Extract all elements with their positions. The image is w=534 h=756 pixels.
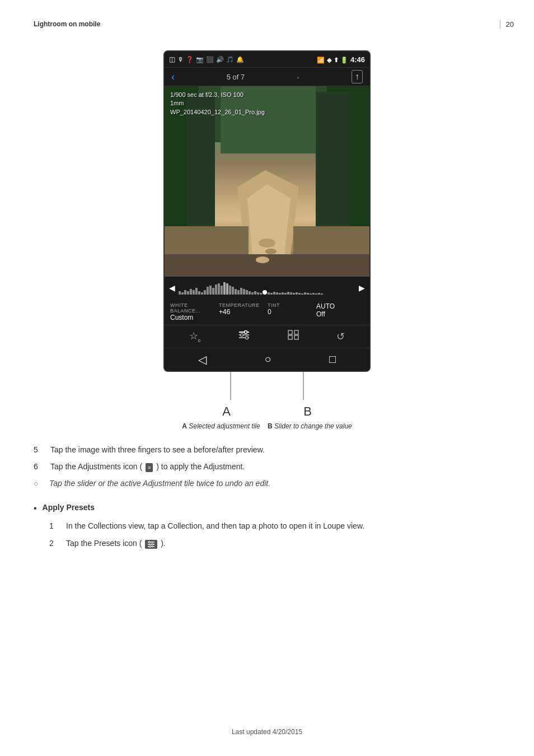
svg-rect-21 bbox=[294, 330, 298, 334]
main-content: ◫ 🎙 ❓ 📷 ⬛ 🔊 🎵 🔔 📶 ◈ ⬆ 🔋 4:46 bbox=[34, 39, 500, 554]
step-6-text: Tap the Adjustments icon ( ≡ ) to apply … bbox=[50, 460, 245, 473]
wb-white-balance-value: Custom bbox=[170, 314, 218, 321]
histogram bbox=[179, 281, 355, 295]
wb-temp-cell: TEMPERATURE +46 bbox=[219, 302, 266, 321]
wb-white-balance-label: WHITE BALANCE... bbox=[170, 302, 218, 314]
adjustments-inline-icon: ≡ bbox=[146, 463, 153, 472]
wb-auto-value: AUTO Off bbox=[316, 302, 364, 318]
back-arrow[interactable]: ‹ bbox=[171, 71, 175, 83]
sub-step-1: 1 In the Collections view, tap a Collect… bbox=[49, 520, 500, 532]
svg-point-30 bbox=[152, 544, 153, 545]
connector-svg bbox=[163, 372, 371, 400]
svg-rect-22 bbox=[288, 335, 292, 339]
tool-row[interactable]: ☆0 bbox=[165, 325, 369, 348]
step-5: 5 Tap the image with three fingers to se… bbox=[34, 444, 500, 456]
status-icon-3: ❓ bbox=[186, 56, 194, 63]
svg-point-19 bbox=[246, 337, 249, 339]
slider-bar[interactable]: ◀ bbox=[165, 277, 369, 299]
step-6-num: 6 bbox=[34, 460, 45, 473]
nav-home-button[interactable]: ○ bbox=[264, 353, 271, 366]
caption-b-desc: Slider to change the value bbox=[274, 422, 352, 430]
status-icon-6: 🔊 bbox=[216, 56, 224, 63]
sub-step-2-text: Tap the Presets icon ( ). bbox=[66, 537, 166, 549]
adjustments-icon[interactable] bbox=[238, 330, 250, 343]
upload-button[interactable]: ↑ bbox=[352, 70, 363, 83]
wifi-icon: ◈ bbox=[327, 57, 331, 63]
photo-info: 1/900 sec at f/2.3, ISO 100 1mm WP_20140… bbox=[170, 91, 265, 116]
tip-row: ○ Tap the slider or the active Adjustmen… bbox=[34, 477, 500, 489]
wb-temperature-value: +46 bbox=[219, 308, 266, 316]
svg-point-18 bbox=[241, 334, 243, 337]
step-5-num: 5 bbox=[34, 444, 45, 456]
presets-icon[interactable]: ☆0 bbox=[189, 330, 200, 343]
svg-rect-4 bbox=[316, 92, 349, 237]
footer-text: Last updated 4/20/2015 bbox=[232, 728, 302, 736]
svg-point-11 bbox=[259, 239, 275, 248]
caption-a-desc: Selected adjustment tile bbox=[189, 422, 260, 430]
status-bar: ◫ 🎙 ❓ 📷 ⬛ 🔊 🎵 🔔 📶 ◈ ⬆ 🔋 4:46 bbox=[165, 52, 369, 67]
tip-text: Tap the slider or the active Adjustment … bbox=[49, 477, 270, 489]
status-icon-8: 🔔 bbox=[236, 56, 244, 63]
upload-icon: ↑ bbox=[355, 72, 359, 81]
svg-point-31 bbox=[149, 546, 151, 548]
sub-step-2: 2 Tap the Presets icon ( ). bbox=[49, 537, 500, 549]
phone-mockup: ◫ 🎙 ❓ 📷 ⬛ 🔊 🎵 🔔 📶 ◈ ⬆ 🔋 4:46 bbox=[163, 50, 371, 372]
step-6-pre: Tap the Adjustments icon ( bbox=[50, 462, 142, 471]
slider-arrow-left[interactable]: ◀ bbox=[167, 283, 177, 292]
presets-inline-icon bbox=[145, 540, 157, 549]
svg-rect-2 bbox=[187, 97, 215, 237]
photo-info-line1: 1/900 sec at f/2.3, ISO 100 bbox=[170, 91, 265, 99]
page-number: 20 bbox=[500, 20, 514, 29]
status-icon-5: ⬛ bbox=[206, 56, 214, 63]
bottom-nav: ◁ ○ □ bbox=[165, 348, 369, 371]
sub-step-2-post: ). bbox=[161, 539, 166, 548]
label-b: B bbox=[303, 404, 312, 419]
photo-info-line3: WP_20140420_12_26_01_Pro.jpg bbox=[170, 108, 265, 116]
wb-auto-cell: AUTO Off bbox=[316, 302, 364, 321]
page-header: Lightroom on mobile bbox=[34, 20, 100, 28]
svg-point-13 bbox=[265, 249, 277, 254]
nav-center-text: 5 of 7 bbox=[227, 73, 245, 81]
caption-b-bold: B bbox=[268, 422, 273, 430]
bullet-icon: • bbox=[34, 501, 37, 516]
apply-presets-heading: • Apply Presets bbox=[34, 501, 500, 516]
wb-tint-cell: TINT 0 bbox=[268, 302, 315, 321]
slider-dot bbox=[263, 290, 267, 295]
battery-icon: 🔋 bbox=[340, 57, 348, 63]
tip-icon: ○ bbox=[34, 477, 45, 489]
status-icon-4: 📷 bbox=[196, 56, 204, 63]
connector-area bbox=[163, 372, 371, 400]
photo-area: 1/900 sec at f/2.3, ISO 100 1mm WP_20140… bbox=[165, 86, 369, 277]
step-6-post: ) to apply the Adjustment. bbox=[156, 462, 245, 471]
sub-step-1-text: In the Collections view, tap a Collectio… bbox=[66, 520, 364, 532]
sub-instructions: 1 In the Collections view, tap a Collect… bbox=[49, 520, 500, 549]
grid-icon[interactable] bbox=[288, 330, 299, 343]
caption-text: A Selected adjustment tile B Slider to c… bbox=[163, 422, 371, 430]
nav-bar: ‹ 5 of 7 · ↑ bbox=[165, 67, 369, 86]
svg-point-12 bbox=[256, 256, 269, 263]
status-bar-icons: ◫ 🎙 ❓ 📷 ⬛ 🔊 🎵 🔔 bbox=[169, 55, 244, 63]
wb-temperature-label: TEMPERATURE bbox=[219, 302, 266, 308]
nav-back-button[interactable]: ◁ bbox=[198, 353, 207, 366]
sub-step-2-num: 2 bbox=[49, 537, 60, 549]
slider-arrow-right[interactable]: ▶ bbox=[357, 283, 367, 292]
label-a: A bbox=[222, 404, 231, 419]
sub-step-2-pre: Tap the Presets icon ( bbox=[66, 539, 142, 548]
sub-step-1-num: 1 bbox=[49, 520, 60, 532]
nav-recents-button[interactable]: □ bbox=[329, 353, 336, 366]
wb-label-cell: WHITE BALANCE... Custom bbox=[170, 302, 218, 321]
signal-icon: 📶 bbox=[317, 57, 325, 63]
step-6: 6 Tap the Adjustments icon ( ≡ ) to appl… bbox=[34, 460, 500, 473]
instructions: 5 Tap the image with three fingers to se… bbox=[34, 444, 500, 550]
section-title: Apply Presets bbox=[43, 501, 95, 514]
svg-point-29 bbox=[149, 542, 151, 543]
ab-labels: A B bbox=[163, 404, 371, 419]
undo-icon[interactable]: ↺ bbox=[336, 330, 345, 343]
status-icon-2: 🎙 bbox=[177, 56, 184, 63]
step-5-text: Tap the image with three fingers to see … bbox=[50, 444, 265, 456]
clock: 4:46 bbox=[350, 55, 365, 64]
svg-point-17 bbox=[245, 331, 247, 334]
svg-rect-20 bbox=[288, 330, 292, 334]
phone-mockup-container: ◫ 🎙 ❓ 📷 ⬛ 🔊 🎵 🔔 📶 ◈ ⬆ 🔋 4:46 bbox=[163, 50, 371, 430]
wb-panel: WHITE BALANCE... Custom TEMPERATURE +46 … bbox=[165, 299, 369, 325]
